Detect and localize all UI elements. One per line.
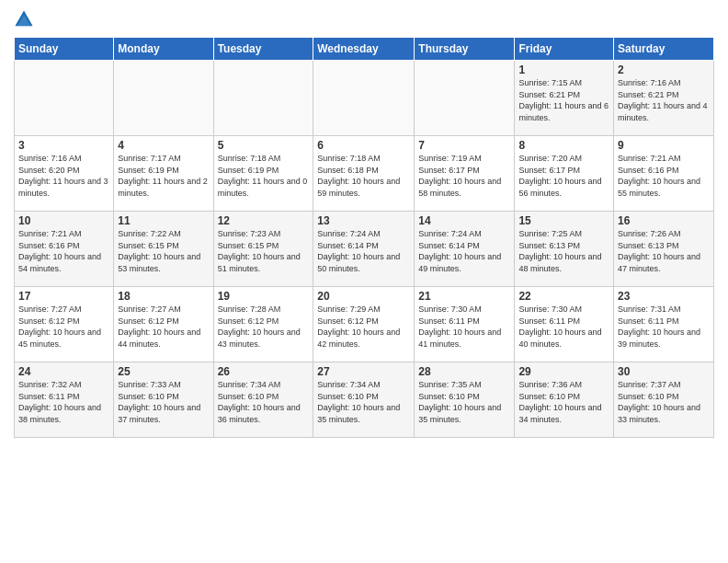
weekday-header-sunday: Sunday (15, 38, 114, 61)
day-info: Sunrise: 7:19 AM Sunset: 6:17 PM Dayligh… (418, 153, 510, 199)
day-info: Sunrise: 7:21 AM Sunset: 6:16 PM Dayligh… (618, 153, 710, 199)
day-number: 8 (518, 139, 609, 152)
calendar-cell: 16Sunrise: 7:26 AM Sunset: 6:13 PM Dayli… (614, 212, 714, 287)
day-number: 13 (317, 214, 410, 227)
day-number: 4 (118, 139, 209, 152)
day-number: 11 (118, 214, 209, 227)
day-info: Sunrise: 7:36 AM Sunset: 6:10 PM Dayligh… (518, 379, 609, 425)
calendar-cell: 22Sunrise: 7:30 AM Sunset: 6:11 PM Dayli… (515, 287, 614, 362)
weekday-header-tuesday: Tuesday (213, 38, 313, 61)
calendar-cell: 14Sunrise: 7:24 AM Sunset: 6:14 PM Dayli… (415, 212, 515, 287)
calendar-cell: 25Sunrise: 7:33 AM Sunset: 6:10 PM Dayli… (114, 362, 213, 438)
day-number: 7 (418, 139, 510, 152)
header (14, 9, 714, 29)
calendar-cell: 3Sunrise: 7:16 AM Sunset: 6:20 PM Daylig… (15, 136, 114, 212)
day-info: Sunrise: 7:20 AM Sunset: 6:17 PM Dayligh… (518, 153, 609, 199)
calendar-cell (213, 61, 313, 136)
calendar-cell: 4Sunrise: 7:17 AM Sunset: 6:19 PM Daylig… (114, 136, 213, 212)
day-number: 1 (518, 63, 609, 76)
day-number: 18 (118, 290, 209, 303)
calendar-cell: 20Sunrise: 7:29 AM Sunset: 6:12 PM Dayli… (313, 287, 415, 362)
day-number: 26 (218, 365, 310, 378)
day-number: 22 (518, 290, 609, 303)
logo (14, 9, 36, 29)
day-number: 16 (618, 214, 710, 227)
weekday-header-wednesday: Wednesday (313, 38, 415, 61)
day-number: 3 (18, 139, 109, 152)
day-number: 9 (618, 139, 710, 152)
calendar-cell: 7Sunrise: 7:19 AM Sunset: 6:17 PM Daylig… (415, 136, 515, 212)
calendar-cell (114, 61, 213, 136)
calendar-cell (15, 61, 114, 136)
weekday-header-row: SundayMondayTuesdayWednesdayThursdayFrid… (15, 38, 714, 61)
day-info: Sunrise: 7:33 AM Sunset: 6:10 PM Dayligh… (118, 379, 209, 425)
week-row-2: 3Sunrise: 7:16 AM Sunset: 6:20 PM Daylig… (15, 136, 714, 212)
day-info: Sunrise: 7:27 AM Sunset: 6:12 PM Dayligh… (118, 304, 209, 350)
day-number: 27 (317, 365, 410, 378)
day-info: Sunrise: 7:16 AM Sunset: 6:21 PM Dayligh… (618, 77, 710, 123)
calendar-cell: 18Sunrise: 7:27 AM Sunset: 6:12 PM Dayli… (114, 287, 213, 362)
day-info: Sunrise: 7:25 AM Sunset: 6:13 PM Dayligh… (518, 228, 609, 274)
day-info: Sunrise: 7:28 AM Sunset: 6:12 PM Dayligh… (218, 304, 310, 350)
calendar-cell: 30Sunrise: 7:37 AM Sunset: 6:10 PM Dayli… (614, 362, 714, 438)
day-number: 23 (618, 290, 710, 303)
day-number: 10 (18, 214, 109, 227)
day-info: Sunrise: 7:22 AM Sunset: 6:15 PM Dayligh… (118, 228, 209, 274)
day-info: Sunrise: 7:21 AM Sunset: 6:16 PM Dayligh… (18, 228, 109, 274)
weekday-header-friday: Friday (515, 38, 614, 61)
day-info: Sunrise: 7:31 AM Sunset: 6:11 PM Dayligh… (618, 304, 710, 350)
day-info: Sunrise: 7:30 AM Sunset: 6:11 PM Dayligh… (418, 304, 510, 350)
calendar-cell: 24Sunrise: 7:32 AM Sunset: 6:11 PM Dayli… (15, 362, 114, 438)
calendar-cell: 23Sunrise: 7:31 AM Sunset: 6:11 PM Dayli… (614, 287, 714, 362)
calendar-cell: 28Sunrise: 7:35 AM Sunset: 6:10 PM Dayli… (415, 362, 515, 438)
day-number: 24 (18, 365, 109, 378)
day-number: 5 (218, 139, 310, 152)
calendar-cell: 12Sunrise: 7:23 AM Sunset: 6:15 PM Dayli… (213, 212, 313, 287)
calendar-cell: 11Sunrise: 7:22 AM Sunset: 6:15 PM Dayli… (114, 212, 213, 287)
calendar-cell: 1Sunrise: 7:15 AM Sunset: 6:21 PM Daylig… (515, 61, 614, 136)
calendar-cell: 9Sunrise: 7:21 AM Sunset: 6:16 PM Daylig… (614, 136, 714, 212)
calendar-cell (415, 61, 515, 136)
calendar-cell: 21Sunrise: 7:30 AM Sunset: 6:11 PM Dayli… (415, 287, 515, 362)
day-number: 19 (218, 290, 310, 303)
week-row-3: 10Sunrise: 7:21 AM Sunset: 6:16 PM Dayli… (15, 212, 714, 287)
day-info: Sunrise: 7:17 AM Sunset: 6:19 PM Dayligh… (118, 153, 209, 199)
day-info: Sunrise: 7:35 AM Sunset: 6:10 PM Dayligh… (418, 379, 510, 425)
day-info: Sunrise: 7:32 AM Sunset: 6:11 PM Dayligh… (18, 379, 109, 425)
calendar: SundayMondayTuesdayWednesdayThursdayFrid… (14, 37, 714, 438)
calendar-cell: 2Sunrise: 7:16 AM Sunset: 6:21 PM Daylig… (614, 61, 714, 136)
day-number: 29 (518, 365, 609, 378)
day-number: 21 (418, 290, 510, 303)
day-info: Sunrise: 7:15 AM Sunset: 6:21 PM Dayligh… (518, 77, 609, 123)
calendar-cell: 29Sunrise: 7:36 AM Sunset: 6:10 PM Dayli… (515, 362, 614, 438)
day-number: 30 (618, 365, 710, 378)
page: SundayMondayTuesdayWednesdayThursdayFrid… (0, 0, 728, 447)
day-info: Sunrise: 7:27 AM Sunset: 6:12 PM Dayligh… (18, 304, 109, 350)
day-info: Sunrise: 7:23 AM Sunset: 6:15 PM Dayligh… (218, 228, 310, 274)
day-info: Sunrise: 7:37 AM Sunset: 6:10 PM Dayligh… (618, 379, 710, 425)
calendar-cell: 13Sunrise: 7:24 AM Sunset: 6:14 PM Dayli… (313, 212, 415, 287)
week-row-5: 24Sunrise: 7:32 AM Sunset: 6:11 PM Dayli… (15, 362, 714, 438)
day-number: 14 (418, 214, 510, 227)
calendar-cell: 6Sunrise: 7:18 AM Sunset: 6:18 PM Daylig… (313, 136, 415, 212)
day-number: 15 (518, 214, 609, 227)
weekday-header-monday: Monday (114, 38, 213, 61)
day-number: 6 (317, 139, 410, 152)
day-info: Sunrise: 7:24 AM Sunset: 6:14 PM Dayligh… (418, 228, 510, 274)
weekday-header-saturday: Saturday (614, 38, 714, 61)
day-info: Sunrise: 7:34 AM Sunset: 6:10 PM Dayligh… (317, 379, 410, 425)
calendar-cell: 19Sunrise: 7:28 AM Sunset: 6:12 PM Dayli… (213, 287, 313, 362)
calendar-cell: 8Sunrise: 7:20 AM Sunset: 6:17 PM Daylig… (515, 136, 614, 212)
calendar-cell: 15Sunrise: 7:25 AM Sunset: 6:13 PM Dayli… (515, 212, 614, 287)
calendar-cell: 26Sunrise: 7:34 AM Sunset: 6:10 PM Dayli… (213, 362, 313, 438)
day-info: Sunrise: 7:26 AM Sunset: 6:13 PM Dayligh… (618, 228, 710, 274)
day-number: 17 (18, 290, 109, 303)
day-info: Sunrise: 7:30 AM Sunset: 6:11 PM Dayligh… (518, 304, 609, 350)
logo-icon (14, 9, 34, 29)
day-info: Sunrise: 7:24 AM Sunset: 6:14 PM Dayligh… (317, 228, 410, 274)
day-number: 28 (418, 365, 510, 378)
day-number: 12 (218, 214, 310, 227)
weekday-header-thursday: Thursday (415, 38, 515, 61)
week-row-1: 1Sunrise: 7:15 AM Sunset: 6:21 PM Daylig… (15, 61, 714, 136)
week-row-4: 17Sunrise: 7:27 AM Sunset: 6:12 PM Dayli… (15, 287, 714, 362)
